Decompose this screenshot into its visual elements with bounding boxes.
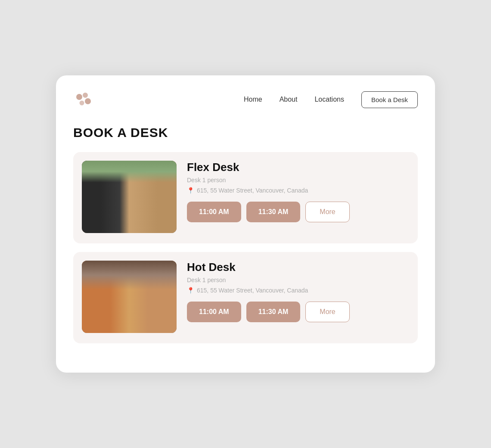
svg-line-18: [121, 222, 124, 230]
svg-point-37: [124, 322, 139, 330]
svg-rect-17: [137, 207, 140, 216]
hot-desk-address: 615, 55 Water Street, Vancouver, Canada: [197, 287, 308, 294]
hot-desk-info: Hot Desk Desk 1 person 📍 615, 55 Water S…: [187, 261, 407, 322]
nav-locations[interactable]: Locations: [314, 96, 344, 103]
svg-point-3: [80, 101, 84, 106]
svg-rect-41: [140, 317, 152, 324]
nav-about[interactable]: About: [280, 96, 298, 103]
svg-rect-12: [112, 174, 146, 193]
svg-rect-24: [108, 265, 129, 299]
svg-rect-25: [134, 265, 155, 299]
logo: [73, 89, 94, 110]
flex-desk-info: Flex Desk Desk 1 person 📍 615, 55 Water …: [187, 161, 407, 222]
svg-rect-39: [109, 317, 123, 325]
svg-rect-11: [117, 194, 130, 196]
book-a-desk-nav-button[interactable]: Book a Desk: [361, 91, 418, 108]
svg-rect-40: [124, 318, 138, 327]
flex-desk-time-1[interactable]: 11:00 AM: [187, 202, 241, 222]
svg-line-19: [134, 222, 138, 230]
svg-point-38: [140, 321, 153, 328]
logo-icon: [73, 89, 94, 110]
flex-desk-location: 📍 615, 55 Water Street, Vancouver, Canad…: [187, 187, 407, 194]
hot-desk-image: [82, 261, 177, 333]
app-card: Home About Locations Book a Desk BOOK A …: [56, 75, 435, 373]
hot-desk-type: Desk 1 person: [187, 277, 407, 283]
svg-point-33: [154, 280, 165, 293]
svg-rect-10: [123, 185, 124, 195]
svg-point-2: [85, 98, 91, 104]
hot-desk-card: Hot Desk Desk 1 person 📍 615, 55 Water S…: [73, 252, 418, 343]
svg-point-14: [117, 212, 141, 222]
svg-point-0: [76, 94, 82, 100]
svg-rect-9: [95, 195, 168, 200]
location-pin-icon-hot: 📍: [187, 287, 194, 294]
svg-rect-13: [114, 175, 144, 192]
svg-point-34: [99, 309, 159, 324]
flex-desk-type: Desk 1 person: [187, 177, 407, 184]
hot-desk-more-button[interactable]: More: [305, 302, 349, 322]
location-pin-icon-flex: 📍: [187, 187, 194, 194]
svg-point-7: [134, 161, 158, 173]
flex-desk-name: Flex Desk: [187, 161, 407, 174]
flex-desk-address: 615, 55 Water Street, Vancouver, Canada: [197, 187, 308, 194]
svg-line-21: [134, 222, 140, 227]
svg-rect-31: [162, 286, 165, 304]
hot-desk-name: Hot Desk: [187, 261, 407, 274]
svg-line-20: [118, 222, 124, 227]
flex-desk-time-buttons: 11:00 AM 11:30 AM More: [187, 202, 407, 222]
svg-point-1: [83, 93, 88, 98]
hot-desk-time-buttons: 11:00 AM 11:30 AM More: [187, 302, 407, 322]
hot-desk-time-1[interactable]: 11:00 AM: [187, 302, 241, 322]
page-title: BOOK A DESK: [73, 125, 418, 140]
svg-rect-15: [121, 204, 137, 218]
svg-point-8: [154, 161, 173, 170]
svg-rect-4: [82, 161, 177, 233]
hot-desk-location: 📍 615, 55 Water Street, Vancouver, Canad…: [187, 287, 407, 294]
svg-point-6: [114, 161, 136, 170]
navigation: Home About Locations Book a Desk: [73, 89, 418, 110]
hot-desk-time-2[interactable]: 11:30 AM: [246, 302, 301, 322]
svg-point-5: [95, 161, 121, 173]
nav-home[interactable]: Home: [244, 96, 262, 103]
flex-desk-image: [82, 161, 177, 233]
flex-desk-time-2[interactable]: 11:30 AM: [246, 202, 301, 222]
svg-point-32: [156, 275, 170, 294]
nav-links: Home About Locations Book a Desk: [244, 91, 418, 108]
svg-rect-35: [103, 312, 155, 317]
svg-rect-30: [82, 261, 97, 312]
svg-rect-23: [82, 261, 177, 333]
flex-desk-more-button[interactable]: More: [305, 202, 349, 222]
flex-desk-card: Flex Desk Desk 1 person 📍 615, 55 Water …: [73, 152, 418, 243]
svg-point-36: [109, 320, 124, 328]
svg-rect-16: [118, 207, 122, 216]
